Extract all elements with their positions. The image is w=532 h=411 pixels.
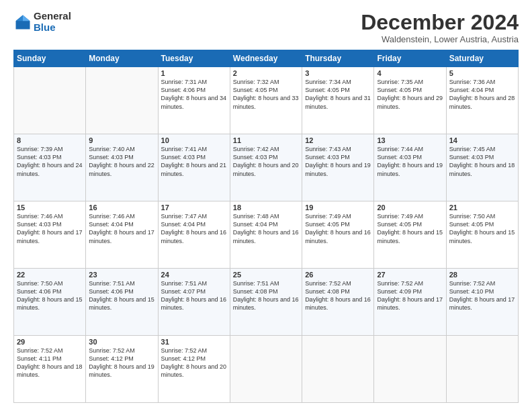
month-title: December 2024 xyxy=(361,11,519,34)
day-info: Sunrise: 7:46 AMSunset: 4:04 PMDaylight:… xyxy=(89,213,154,244)
table-cell: 22Sunrise: 7:50 AMSunset: 4:06 PMDayligh… xyxy=(14,269,86,336)
table-cell: 9Sunrise: 7:40 AMSunset: 4:03 PMDaylight… xyxy=(86,134,158,201)
day-number: 3 xyxy=(305,69,371,77)
header: General Blue December 2024 Waldenstein, … xyxy=(13,11,519,44)
logo-blue-text: Blue xyxy=(34,22,71,34)
col-thursday: Thursday xyxy=(302,50,374,67)
day-number: 15 xyxy=(17,203,83,212)
table-cell: 1Sunrise: 7:31 AMSunset: 4:06 PMDaylight… xyxy=(158,67,230,134)
table-cell xyxy=(14,67,86,134)
day-number: 2 xyxy=(233,69,299,77)
day-info: Sunrise: 7:40 AMSunset: 4:03 PMDaylight:… xyxy=(89,146,154,177)
day-number: 12 xyxy=(305,136,371,144)
day-info: Sunrise: 7:48 AMSunset: 4:04 PMDaylight:… xyxy=(233,213,299,244)
day-number: 23 xyxy=(89,271,154,279)
day-info: Sunrise: 7:52 AMSunset: 4:11 PMDaylight:… xyxy=(17,347,83,378)
day-number: 8 xyxy=(17,136,83,144)
day-info: Sunrise: 7:50 AMSunset: 4:05 PMDaylight:… xyxy=(449,213,515,244)
table-cell: 10Sunrise: 7:41 AMSunset: 4:03 PMDayligh… xyxy=(158,134,230,201)
table-cell xyxy=(86,67,158,134)
day-info: Sunrise: 7:34 AMSunset: 4:05 PMDaylight:… xyxy=(305,79,371,109)
table-cell: 13Sunrise: 7:44 AMSunset: 4:03 PMDayligh… xyxy=(374,134,446,201)
day-info: Sunrise: 7:50 AMSunset: 4:06 PMDaylight:… xyxy=(17,280,83,311)
day-info: Sunrise: 7:52 AMSunset: 4:12 PMDaylight:… xyxy=(161,347,227,378)
table-cell: 16Sunrise: 7:46 AMSunset: 4:04 PMDayligh… xyxy=(86,201,158,269)
table-cell: 26Sunrise: 7:52 AMSunset: 4:08 PMDayligh… xyxy=(302,269,374,336)
table-cell: 15Sunrise: 7:46 AMSunset: 4:03 PMDayligh… xyxy=(14,201,86,269)
svg-marker-1 xyxy=(23,15,30,21)
logo-text: General Blue xyxy=(34,11,71,33)
day-info: Sunrise: 7:52 AMSunset: 4:10 PMDaylight:… xyxy=(449,280,515,311)
table-cell: 19Sunrise: 7:49 AMSunset: 4:05 PMDayligh… xyxy=(302,201,374,269)
table-cell: 11Sunrise: 7:42 AMSunset: 4:03 PMDayligh… xyxy=(230,134,302,201)
day-number: 24 xyxy=(161,271,227,279)
day-number: 21 xyxy=(449,203,515,212)
page: General Blue December 2024 Waldenstein, … xyxy=(0,0,532,411)
table-cell: 18Sunrise: 7:48 AMSunset: 4:04 PMDayligh… xyxy=(230,201,302,269)
day-info: Sunrise: 7:51 AMSunset: 4:08 PMDaylight:… xyxy=(233,280,299,311)
table-cell: 12Sunrise: 7:43 AMSunset: 4:03 PMDayligh… xyxy=(302,134,374,201)
table-cell: 28Sunrise: 7:52 AMSunset: 4:10 PMDayligh… xyxy=(446,269,518,336)
day-number: 4 xyxy=(377,69,443,77)
calendar-table: Sunday Monday Tuesday Wednesday Thursday… xyxy=(13,50,519,403)
day-number: 31 xyxy=(161,338,227,346)
day-number: 29 xyxy=(17,338,83,346)
day-number: 17 xyxy=(161,203,227,212)
day-info: Sunrise: 7:52 AMSunset: 4:08 PMDaylight:… xyxy=(305,280,371,311)
table-cell xyxy=(446,336,518,403)
logo-icon xyxy=(13,13,32,32)
day-info: Sunrise: 7:41 AMSunset: 4:03 PMDaylight:… xyxy=(161,146,227,177)
calendar-week-4: 22Sunrise: 7:50 AMSunset: 4:06 PMDayligh… xyxy=(14,269,519,336)
day-info: Sunrise: 7:52 AMSunset: 4:12 PMDaylight:… xyxy=(89,347,154,378)
table-cell: 21Sunrise: 7:50 AMSunset: 4:05 PMDayligh… xyxy=(446,201,518,269)
calendar-week-2: 8Sunrise: 7:39 AMSunset: 4:03 PMDaylight… xyxy=(14,134,519,201)
col-monday: Monday xyxy=(86,50,158,67)
day-number: 26 xyxy=(305,271,371,279)
day-number: 22 xyxy=(17,271,83,279)
col-sunday: Sunday xyxy=(14,50,86,67)
day-number: 9 xyxy=(89,136,154,144)
day-number: 30 xyxy=(89,338,154,346)
day-number: 27 xyxy=(377,271,443,279)
day-info: Sunrise: 7:51 AMSunset: 4:07 PMDaylight:… xyxy=(161,280,227,311)
day-number: 20 xyxy=(377,203,443,212)
day-number: 28 xyxy=(449,271,515,279)
table-cell xyxy=(230,336,302,403)
day-info: Sunrise: 7:47 AMSunset: 4:04 PMDaylight:… xyxy=(161,213,227,244)
location: Waldenstein, Lower Austria, Austria xyxy=(361,34,519,44)
table-cell: 5Sunrise: 7:36 AMSunset: 4:04 PMDaylight… xyxy=(446,67,518,134)
table-cell: 23Sunrise: 7:51 AMSunset: 4:06 PMDayligh… xyxy=(86,269,158,336)
table-cell xyxy=(374,336,446,403)
day-info: Sunrise: 7:52 AMSunset: 4:09 PMDaylight:… xyxy=(377,280,443,311)
calendar-week-1: 1Sunrise: 7:31 AMSunset: 4:06 PMDaylight… xyxy=(14,67,519,134)
table-cell xyxy=(302,336,374,403)
day-number: 5 xyxy=(449,69,515,77)
day-number: 25 xyxy=(233,271,299,279)
day-number: 14 xyxy=(449,136,515,144)
col-friday: Friday xyxy=(374,50,446,67)
day-number: 19 xyxy=(305,203,371,212)
table-cell: 3Sunrise: 7:34 AMSunset: 4:05 PMDaylight… xyxy=(302,67,374,134)
day-number: 18 xyxy=(233,203,299,212)
table-cell: 14Sunrise: 7:45 AMSunset: 4:03 PMDayligh… xyxy=(446,134,518,201)
col-wednesday: Wednesday xyxy=(230,50,302,67)
table-cell: 8Sunrise: 7:39 AMSunset: 4:03 PMDaylight… xyxy=(14,134,86,201)
table-cell: 17Sunrise: 7:47 AMSunset: 4:04 PMDayligh… xyxy=(158,201,230,269)
day-info: Sunrise: 7:31 AMSunset: 4:06 PMDaylight:… xyxy=(161,79,227,109)
table-cell: 20Sunrise: 7:49 AMSunset: 4:05 PMDayligh… xyxy=(374,201,446,269)
logo: General Blue xyxy=(13,11,71,33)
day-info: Sunrise: 7:49 AMSunset: 4:05 PMDaylight:… xyxy=(305,213,371,244)
day-info: Sunrise: 7:49 AMSunset: 4:05 PMDaylight:… xyxy=(377,213,443,244)
svg-marker-2 xyxy=(16,15,24,21)
calendar-header-row: Sunday Monday Tuesday Wednesday Thursday… xyxy=(14,50,519,67)
table-cell: 24Sunrise: 7:51 AMSunset: 4:07 PMDayligh… xyxy=(158,269,230,336)
col-tuesday: Tuesday xyxy=(158,50,230,67)
table-cell: 30Sunrise: 7:52 AMSunset: 4:12 PMDayligh… xyxy=(86,336,158,403)
logo-general-text: General xyxy=(34,11,71,22)
day-number: 10 xyxy=(161,136,227,144)
day-info: Sunrise: 7:51 AMSunset: 4:06 PMDaylight:… xyxy=(89,280,154,311)
day-info: Sunrise: 7:36 AMSunset: 4:04 PMDaylight:… xyxy=(449,79,515,109)
calendar-week-5: 29Sunrise: 7:52 AMSunset: 4:11 PMDayligh… xyxy=(14,336,519,403)
table-cell: 27Sunrise: 7:52 AMSunset: 4:09 PMDayligh… xyxy=(374,269,446,336)
day-number: 13 xyxy=(377,136,443,144)
